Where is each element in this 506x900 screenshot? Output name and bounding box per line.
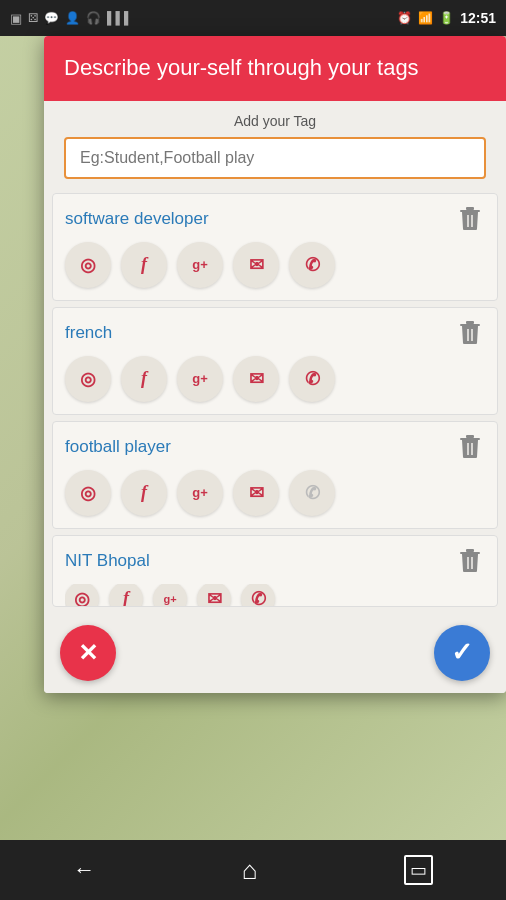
cancel-icon: ✕: [78, 639, 98, 667]
email-btn-football[interactable]: ✉: [233, 470, 279, 516]
delete-software-developer-button[interactable]: [455, 204, 485, 234]
phone-btn-french[interactable]: ✆: [289, 356, 335, 402]
status-bar-left-icons: ▣ ⚄ 💬 👤 🎧 ▌▌▌: [10, 11, 133, 26]
facebook-btn-nit[interactable]: f: [109, 584, 143, 607]
confirm-button[interactable]: ✓: [434, 625, 490, 681]
tag-social-icons-nit: ◎ f g+ ✉ ✆: [65, 584, 485, 607]
back-button[interactable]: ←: [73, 857, 95, 883]
recent-apps-button[interactable]: ▭: [404, 855, 433, 885]
signal-bars-icon: ▌▌▌: [107, 11, 133, 25]
bbm-icon: ▣: [10, 11, 22, 26]
tag-card-header: software developer: [65, 204, 485, 234]
alarm-icon: ⏰: [397, 11, 412, 25]
tag-name-football-player: football player: [65, 437, 171, 457]
modal-footer: ✕ ✓: [44, 615, 506, 693]
add-tag-input[interactable]: [64, 137, 486, 179]
confirm-icon: ✓: [451, 637, 473, 668]
facebook-btn-football[interactable]: f: [121, 470, 167, 516]
headphones-icon: 🎧: [86, 11, 101, 25]
tag-card-software-developer: software developer ◎ f g+ ✉ ✆: [52, 193, 498, 301]
tag-name-software-developer: software developer: [65, 209, 209, 229]
battery-icon: 🔋: [439, 11, 454, 25]
svg-rect-5: [466, 321, 474, 324]
googleplus-btn-french[interactable]: g+: [177, 356, 223, 402]
email-btn-software-developer[interactable]: ✉: [233, 242, 279, 288]
svg-rect-13: [466, 549, 474, 552]
contacts-icon: 👤: [65, 11, 80, 25]
svg-rect-1: [466, 207, 474, 210]
cancel-button[interactable]: ✕: [60, 625, 116, 681]
tag-name-nit-bhopal: NIT Bhopal: [65, 551, 150, 571]
modal-title: Describe your-self through your tags: [64, 54, 486, 83]
bottom-nav: ← ⌂ ▭: [0, 840, 506, 900]
tags-list: software developer ◎ f g+ ✉ ✆ french: [44, 193, 506, 615]
facebook-btn-software-developer[interactable]: f: [121, 242, 167, 288]
svg-rect-12: [460, 552, 480, 554]
location-btn-nit[interactable]: ◎: [65, 584, 99, 607]
location-btn-software-developer[interactable]: ◎: [65, 242, 111, 288]
svg-rect-4: [460, 324, 480, 326]
modal-header: Describe your-self through your tags: [44, 36, 506, 101]
tag-social-icons-software-developer: ◎ f g+ ✉ ✆: [65, 242, 485, 288]
home-button[interactable]: ⌂: [242, 855, 258, 886]
phone-btn-nit[interactable]: ✆: [241, 584, 275, 607]
googleplus-btn-nit[interactable]: g+: [153, 584, 187, 607]
googleplus-btn-software-developer[interactable]: g+: [177, 242, 223, 288]
location-btn-football[interactable]: ◎: [65, 470, 111, 516]
whatsapp-icon: 💬: [44, 11, 59, 25]
modal-container: Describe your-self through your tags Add…: [44, 36, 506, 693]
add-tag-section: Add your Tag: [44, 101, 506, 193]
tag-card-nit-bhopal: NIT Bhopal ◎ f g+ ✉ ✆: [52, 535, 498, 607]
tag-card-football-player: football player ◎ f g+ ✉ ✆: [52, 421, 498, 529]
clock: 12:51: [460, 10, 496, 26]
tag-card-header-nit: NIT Bhopal: [65, 546, 485, 576]
svg-rect-9: [466, 435, 474, 438]
email-btn-nit[interactable]: ✉: [197, 584, 231, 607]
status-bar-right-icons: ⏰ 📶 🔋 12:51: [397, 10, 496, 26]
add-tag-label: Add your Tag: [64, 113, 486, 129]
phone-btn-football[interactable]: ✆: [289, 470, 335, 516]
svg-rect-0: [460, 210, 480, 212]
googleplus-btn-football[interactable]: g+: [177, 470, 223, 516]
svg-rect-8: [460, 438, 480, 440]
signal-icon: 📶: [418, 11, 433, 25]
email-btn-french[interactable]: ✉: [233, 356, 279, 402]
delete-french-button[interactable]: [455, 318, 485, 348]
tag-social-icons-football: ◎ f g+ ✉ ✆: [65, 470, 485, 516]
tag-card-header-french: french: [65, 318, 485, 348]
delete-nit-bhopal-button[interactable]: [455, 546, 485, 576]
location-btn-french[interactable]: ◎: [65, 356, 111, 402]
status-bar: ▣ ⚄ 💬 👤 🎧 ▌▌▌ ⏰ 📶 🔋 12:51: [0, 0, 506, 36]
delete-football-player-button[interactable]: [455, 432, 485, 462]
tag-card-header-football: football player: [65, 432, 485, 462]
phone-btn-software-developer[interactable]: ✆: [289, 242, 335, 288]
facebook-btn-french[interactable]: f: [121, 356, 167, 402]
tag-social-icons-french: ◎ f g+ ✉ ✆: [65, 356, 485, 402]
game-icon: ⚄: [28, 11, 38, 25]
tag-name-french: french: [65, 323, 112, 343]
tag-card-french: french ◎ f g+ ✉ ✆: [52, 307, 498, 415]
